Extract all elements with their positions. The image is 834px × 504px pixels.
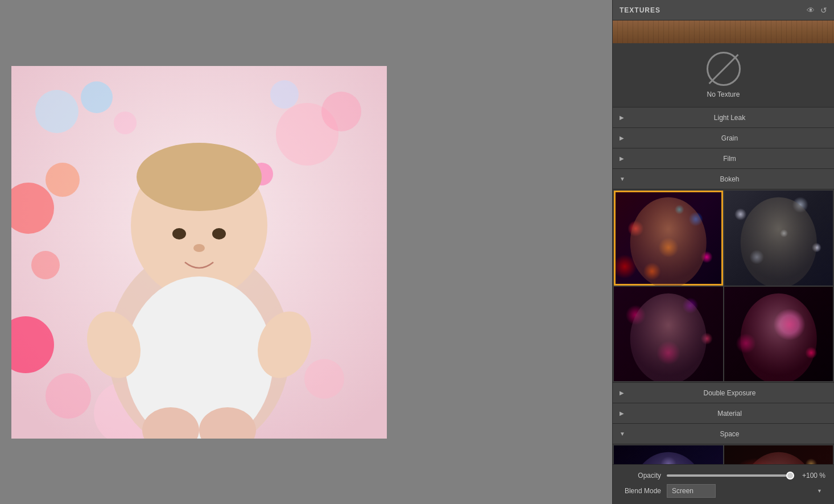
bokeh-thumb2-svg [724, 191, 833, 286]
space-thumbnail-1[interactable] [614, 445, 723, 464]
opacity-slider-thumb[interactable] [786, 472, 794, 480]
opacity-value: +100 % [800, 472, 825, 480]
right-panel: TEXTURES 👁 ↺ No Texture ▶ Light Leak ▶ G… [612, 0, 834, 504]
bokeh-thumbnail-3[interactable] [614, 287, 723, 382]
category-bokeh-header[interactable]: ▼ Bokeh [613, 169, 834, 189]
space-arrow: ▼ [620, 431, 626, 437]
double-exposure-label: Double Exposure [632, 389, 827, 397]
svg-point-3 [46, 163, 80, 197]
category-grain[interactable]: ▶ Grain [613, 128, 834, 148]
category-material[interactable]: ▶ Material [613, 403, 834, 424]
bokeh-thumb3-svg [614, 287, 723, 382]
bottom-controls: Opacity +100 % Blend Mode Normal Screen … [613, 464, 834, 504]
category-double-exposure[interactable]: ▶ Double Exposure [613, 383, 834, 403]
svg-point-21 [193, 244, 205, 252]
no-texture-icon [707, 52, 741, 86]
category-film[interactable]: ▶ Film [613, 148, 834, 169]
panel-content[interactable]: No Texture ▶ Light Leak ▶ Grain ▶ Film ▼… [613, 43, 834, 464]
space-thumbnails-grid [613, 444, 834, 464]
main-canvas-area [0, 0, 612, 504]
category-light-leak[interactable]: ▶ Light Leak [613, 108, 834, 128]
eye-icon[interactable]: 👁 [807, 6, 815, 15]
svg-point-28 [630, 197, 707, 286]
svg-point-8 [35, 90, 79, 133]
light-leak-arrow: ▶ [620, 114, 626, 121]
opacity-slider-fill [667, 474, 794, 477]
bokeh-thumbnail-1[interactable] [614, 191, 723, 286]
svg-point-33 [740, 452, 816, 464]
opacity-label: Opacity [621, 472, 661, 480]
film-arrow: ▶ [620, 155, 626, 162]
category-space-section: ▼ Space [613, 424, 834, 464]
svg-point-18 [137, 143, 262, 211]
svg-point-13 [304, 359, 344, 399]
textures-header: TEXTURES 👁 ↺ [613, 0, 834, 20]
photo-canvas [11, 66, 387, 439]
blend-mode-label: Blend Mode [621, 487, 661, 495]
grain-label: Grain [632, 134, 827, 142]
double-exposure-arrow: ▶ [620, 390, 626, 396]
photo-content [11, 66, 387, 439]
category-bokeh-section: ▼ Bokeh [613, 169, 834, 383]
bokeh-thumbnail-4[interactable] [724, 287, 833, 382]
space-thumb1-svg [614, 445, 723, 464]
opacity-slider[interactable] [667, 474, 794, 477]
bokeh-arrow: ▼ [620, 176, 626, 182]
svg-point-32 [630, 452, 707, 464]
bokeh-thumbnails-grid [613, 189, 834, 382]
svg-point-6 [321, 92, 361, 131]
svg-point-9 [81, 81, 113, 113]
blend-mode-select-wrapper: Normal Screen Multiply Overlay Soft Ligh… [667, 484, 825, 498]
svg-point-31 [740, 293, 816, 381]
bokeh-thumbnail-2[interactable] [724, 191, 833, 286]
svg-point-30 [630, 293, 707, 381]
blend-mode-select[interactable]: Normal Screen Multiply Overlay Soft Ligh… [667, 484, 716, 498]
svg-point-4 [31, 251, 60, 279]
blend-mode-row: Blend Mode Normal Screen Multiply Overla… [621, 484, 825, 498]
bokeh-thumb1-svg [614, 191, 723, 286]
svg-point-19 [172, 228, 186, 239]
textures-title: TEXTURES [620, 6, 801, 14]
space-thumbnail-2[interactable] [724, 445, 833, 464]
category-space-header[interactable]: ▼ Space [613, 424, 834, 444]
material-arrow: ▶ [620, 410, 626, 416]
reset-icon[interactable]: ↺ [820, 6, 827, 15]
bokeh-label: Bokeh [632, 175, 827, 183]
svg-point-10 [114, 111, 137, 134]
material-label: Material [632, 410, 827, 418]
bokeh-thumb4-svg [724, 287, 833, 382]
svg-point-20 [212, 228, 226, 239]
svg-point-11 [46, 373, 91, 419]
wood-texture-strip [613, 20, 834, 43]
film-label: Film [632, 155, 827, 163]
photo-svg [11, 66, 387, 439]
space-thumb2-svg [724, 445, 833, 464]
svg-point-29 [740, 197, 816, 286]
space-label: Space [632, 430, 827, 438]
no-texture-label: No Texture [707, 90, 740, 98]
opacity-row: Opacity +100 % [621, 472, 825, 480]
light-leak-label: Light Leak [632, 114, 827, 122]
no-texture-item[interactable]: No Texture [613, 43, 834, 108]
grain-arrow: ▶ [620, 135, 626, 141]
svg-point-7 [270, 80, 299, 109]
